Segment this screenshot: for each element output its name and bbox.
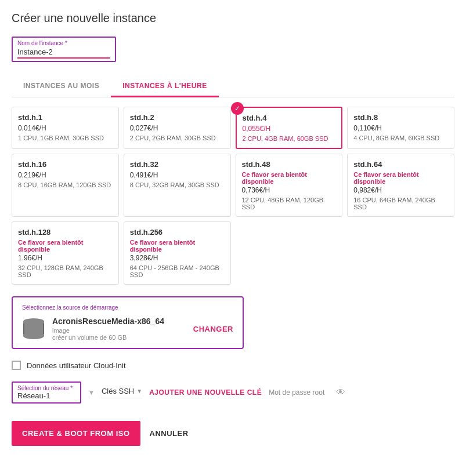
flavor-price: 0,014€/H (18, 124, 113, 132)
boot-source-section: Sélectionnez la source de démarrage Acro… (12, 296, 244, 349)
flavor-price: 0,055€/H (243, 125, 336, 133)
flavor-std-h-8[interactable]: ✓ std.h.8 0,110€/H 4 CPU, 8GB RAM, 60GB … (347, 107, 454, 149)
cancel-button[interactable]: ANNULER (150, 429, 189, 438)
ssh-keys-arrow: ▼ (136, 388, 142, 394)
flavor-specs: 2 CPU, 2GB RAM, 30GB SSD (130, 135, 225, 141)
flavor-price: 0,027€/H (130, 124, 225, 132)
boot-source-type: image (52, 327, 186, 334)
instance-tabs: INSTANCES AU MOIS INSTANCES À L'HEURE (12, 76, 454, 97)
flavor-price: 0,491€/H (130, 171, 225, 179)
instance-name-input[interactable] (17, 48, 110, 59)
flavor-name: std.h.64 (353, 160, 448, 169)
soon-label: Ce flavor sera bientôt disponible (130, 239, 225, 253)
soon-label: Ce flavor sera bientôt disponible (242, 171, 337, 185)
image-icon (22, 318, 45, 339)
flavor-std-h-16[interactable]: ✓ std.h.16 0,219€/H 8 CPU, 16GB RAM, 120… (12, 154, 119, 217)
instance-name-wrapper: Nom de l'instance * (12, 37, 116, 62)
page-title: Créer une nouvelle instance (12, 12, 454, 25)
cloud-init-section: Données utilisateur Cloud-Init (12, 361, 454, 370)
flavor-name: std.h.128 (18, 228, 113, 237)
flavor-specs: 8 CPU, 32GB RAM, 30GB SSD (130, 181, 225, 188)
instance-name-section: Nom de l'instance * (12, 37, 454, 62)
root-password-label[interactable]: Mot de passe root (269, 388, 324, 397)
flavor-std-h-1[interactable]: ✓ std.h.1 0,014€/H 1 CPU, 1GB RAM, 30GB … (12, 107, 119, 149)
soon-label: Ce flavor sera bientôt disponible (18, 239, 113, 253)
flavor-specs: 4 CPU, 8GB RAM, 60GB SSD (353, 135, 448, 141)
flavor-std-h-256[interactable]: ✓ std.h.256 Ce flavor sera bientôt dispo… (124, 221, 231, 285)
flavor-price: 1.96€/H (18, 254, 113, 262)
flavor-std-h-4[interactable]: ✓ std.h.4 0,055€/H 2 CPU, 4GB RAM, 60GB … (236, 107, 343, 149)
ssh-keys-label: Clés SSH (102, 387, 134, 395)
tab-hourly[interactable]: INSTANCES À L'HEURE (111, 76, 218, 97)
flavor-std-h-2[interactable]: ✓ std.h.2 0,027€/H 2 CPU, 2GB RAM, 30GB … (124, 107, 231, 149)
network-label: Sélection du réseau * (17, 385, 75, 391)
flavor-specs: 8 CPU, 16GB RAM, 120GB SSD (18, 181, 113, 188)
flavor-name: std.h.48 (242, 160, 337, 169)
flavor-name: std.h.32 (130, 160, 225, 169)
flavor-name: std.h.2 (130, 113, 225, 122)
flavor-std-h-64[interactable]: ✓ std.h.64 Ce flavor sera bientôt dispon… (347, 154, 454, 217)
network-input-wrapper: Sélection du réseau * Réseau-1 (12, 381, 81, 404)
instance-name-label: Nom de l'instance * (17, 40, 110, 46)
boot-source-info: AcronisRescueMedia-x86_64 image créer un… (52, 317, 186, 341)
network-value: Réseau-1 (17, 391, 50, 400)
flavor-specs: 16 CPU, 64GB RAM, 240GB SSD (353, 197, 448, 210)
flavor-specs: 1 CPU, 1GB RAM, 30GB SSD (18, 135, 113, 141)
flavor-name: std.h.16 (18, 160, 113, 169)
changer-button[interactable]: CHANGER (193, 325, 233, 333)
add-key-button[interactable]: AJOUTER UNE NOUVELLE CLÉ (149, 388, 262, 397)
flavor-specs: 64 CPU - 256GB RAM - 240GB SSD (130, 264, 225, 278)
flavor-price: 0,982€/H (353, 186, 448, 194)
cloud-init-checkbox[interactable] (12, 361, 21, 370)
flavor-name: std.h.8 (353, 113, 448, 122)
boot-source-label: Sélectionnez la source de démarrage (22, 304, 233, 311)
flavor-price: 0,736€/H (242, 186, 337, 194)
network-dropdown-arrow: ▼ (88, 389, 95, 396)
boot-source-detail: créer un volume de 60 GB (52, 334, 186, 341)
flavors-grid: ✓ std.h.1 0,014€/H 1 CPU, 1GB RAM, 30GB … (12, 107, 454, 285)
footer-buttons: CREATE & BOOT FROM ISO ANNULER (12, 421, 454, 446)
flavor-name: std.h.4 (243, 114, 336, 122)
eye-icon[interactable]: 👁 (336, 387, 345, 398)
flavor-std-h-128[interactable]: ✓ std.h.128 Ce flavor sera bientôt dispo… (12, 221, 119, 285)
flavor-specs: 32 CPU, 128GB RAM, 240GB SSD (18, 264, 113, 278)
boot-source-content: AcronisRescueMedia-x86_64 image créer un… (22, 317, 233, 341)
flavor-price: 3,928€/H (130, 254, 225, 262)
boot-source-name: AcronisRescueMedia-x86_64 (52, 317, 186, 326)
flavor-name: std.h.256 (130, 228, 225, 237)
flavor-std-h-48[interactable]: ✓ std.h.48 Ce flavor sera bientôt dispon… (236, 154, 343, 217)
soon-label: Ce flavor sera bientôt disponible (353, 171, 448, 185)
flavor-name: std.h.1 (18, 113, 113, 122)
flavor-std-h-32[interactable]: ✓ std.h.32 0,491€/H 8 CPU, 32GB RAM, 30G… (124, 154, 231, 217)
flavor-specs: 2 CPU, 4GB RAM, 60GB SSD (243, 135, 336, 142)
flavor-specs: 12 CPU, 48GB RAM, 120GB SSD (242, 197, 337, 210)
network-section: Sélection du réseau * Réseau-1 ▼ Clés SS… (12, 381, 454, 404)
create-boot-button[interactable]: CREATE & BOOT FROM ISO (12, 421, 140, 446)
check-icon-h4: ✓ (231, 102, 244, 115)
flavor-price: 0,110€/H (353, 124, 448, 132)
cloud-init-label: Données utilisateur Cloud-Init (27, 361, 126, 370)
flavor-price: 0,219€/H (18, 171, 113, 179)
tab-monthly[interactable]: INSTANCES AU MOIS (12, 76, 111, 97)
ssh-keys-dropdown[interactable]: Clés SSH ▼ (102, 387, 142, 398)
